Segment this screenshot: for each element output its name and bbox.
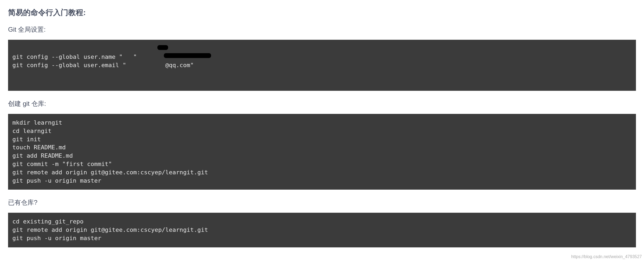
watermark: https://blog.csdn.net/weixin_4793527: [571, 254, 642, 259]
page-title: 简易的命令行入门教程:: [8, 8, 636, 18]
code-block-git-config: git config --global user.name " " git co…: [8, 40, 636, 91]
code-block-existing-repo: cd existing_git_repo git remote add orig…: [8, 213, 636, 247]
redaction-username: [157, 45, 168, 50]
code-block-create-repo: mkdir learngit cd learngit git init touc…: [8, 114, 636, 190]
section-label-create-repo: 创建 git 仓库:: [8, 99, 636, 108]
redaction-email: [164, 53, 211, 58]
section-label-git-config: Git 全局设置:: [8, 25, 636, 34]
section-label-existing-repo: 已有仓库?: [8, 198, 636, 207]
